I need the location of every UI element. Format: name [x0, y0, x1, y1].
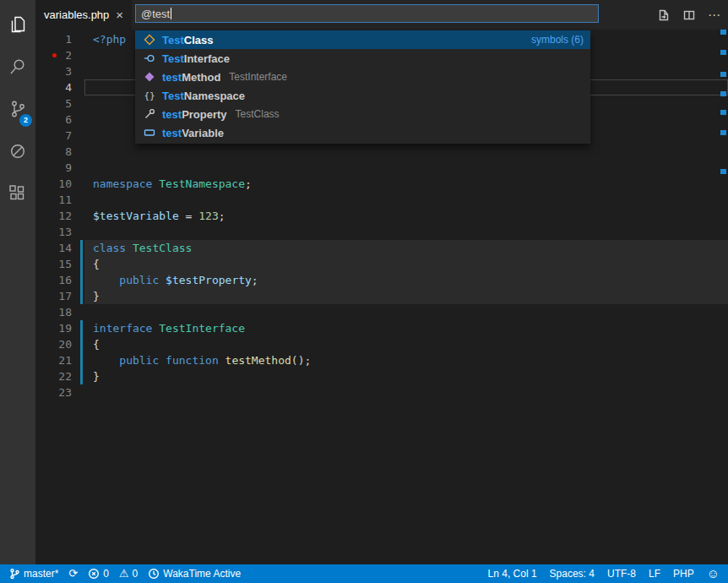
quickopen-input[interactable]: @test: [135, 4, 599, 23]
activitybar-search[interactable]: [0, 46, 35, 88]
code-line[interactable]: 16 public $testProperty;: [35, 272, 728, 288]
editor-actions: ⋯: [654, 0, 725, 30]
activitybar-source-control[interactable]: 2: [0, 88, 35, 130]
line-number: 19: [35, 320, 72, 336]
line-number: 1: [35, 31, 72, 47]
code-line[interactable]: 12$testVariable = 123;: [35, 208, 728, 224]
statusbar-eol[interactable]: LF: [649, 568, 660, 580]
code-line[interactable]: 10namespace TestNamespace;: [35, 176, 728, 192]
code-text: class TestClass: [93, 240, 192, 256]
quickopen-item-label: TestNamespace: [162, 90, 245, 102]
sync-icon: ⟳: [68, 568, 78, 580]
quickopen-item-label: testMethod: [162, 71, 220, 84]
code-line[interactable]: 14class TestClass: [35, 240, 728, 256]
line-number: 2: [35, 47, 72, 63]
open-changes-button[interactable]: [654, 5, 674, 25]
code-line[interactable]: 20{: [35, 336, 728, 352]
overview-ruler-mark: [720, 169, 726, 174]
code-line[interactable]: 18: [35, 304, 728, 320]
code-line[interactable]: 17}: [35, 288, 728, 304]
statusbar-branch[interactable]: master*: [8, 568, 58, 580]
line-number: 3: [35, 63, 72, 79]
split-editor-button[interactable]: [679, 5, 699, 25]
quickopen-item[interactable]: testVariable: [135, 123, 590, 142]
code-line[interactable]: 9: [35, 160, 728, 176]
line-number: 8: [35, 144, 72, 160]
symbol-interface-icon: [142, 52, 157, 65]
code-line[interactable]: 11: [35, 192, 728, 208]
code-line[interactable]: 8: [35, 144, 728, 160]
statusbar-language-mode[interactable]: PHP: [673, 568, 694, 580]
line-number: 23: [35, 384, 72, 400]
tab-close-icon[interactable]: ×: [116, 8, 123, 21]
files-icon: [8, 14, 28, 35]
code-line[interactable]: 21 public function testMethod();: [35, 352, 728, 368]
statusbar-feedback[interactable]: ☺: [707, 567, 720, 580]
quickopen-item[interactable]: TestInterface: [135, 49, 590, 68]
overview-ruler-mark: [720, 50, 726, 55]
code-line[interactable]: 19interface TestInterface: [35, 320, 728, 336]
activitybar-files[interactable]: [0, 3, 35, 46]
line-number: 13: [35, 224, 72, 240]
line-number: 12: [35, 208, 72, 224]
symbol-namespace-icon: {}: [142, 90, 157, 101]
statusbar-sync[interactable]: ⟳: [68, 568, 78, 580]
line-number: 14: [35, 240, 72, 256]
line-number: 9: [35, 160, 72, 176]
quickopen-item[interactable]: {}TestNamespace: [135, 86, 590, 105]
quickopen-item[interactable]: testMethodTestInterface: [135, 68, 590, 86]
quickopen-item[interactable]: TestClasssymbols (6): [135, 30, 590, 49]
quickopen-item-label: testProperty: [162, 108, 227, 121]
quickopen-query-text: @test: [141, 8, 170, 20]
code-text: }: [93, 288, 100, 304]
statusbar-errors[interactable]: 0: [88, 568, 109, 580]
statusbar-warnings-text: 0: [133, 568, 139, 580]
code-text: {: [93, 256, 100, 272]
quickopen-item[interactable]: testPropertyTestClass: [135, 105, 590, 123]
line-number: 10: [35, 176, 72, 192]
quickopen-item-description: TestClass: [236, 108, 280, 120]
statusbar-warnings[interactable]: ⚠0: [119, 568, 138, 580]
statusbar-eol-text: LF: [649, 568, 660, 580]
error-icon: [88, 568, 100, 580]
statusbar-cursor-position[interactable]: Ln 4, Col 1: [488, 568, 537, 580]
symbol-variable-icon: [142, 126, 157, 139]
editor-tab[interactable]: variables.php×: [35, 0, 132, 30]
symbol-property-icon: [142, 107, 157, 121]
more-actions-icon: ⋯: [708, 8, 721, 23]
code-text: interface TestInterface: [93, 320, 245, 336]
quickopen-item-label: testVariable: [162, 127, 224, 139]
code-line[interactable]: 15{: [35, 256, 728, 272]
tabs-container: variables.php×: [35, 0, 132, 30]
code-line[interactable]: 13: [35, 224, 728, 240]
line-number: 18: [35, 304, 72, 320]
quickopen-item-description: TestInterface: [229, 71, 287, 83]
statusbar-branch-text: master*: [24, 568, 58, 580]
statusbar-indentation[interactable]: Spaces: 4: [550, 568, 595, 580]
code-text: <?php: [93, 31, 126, 47]
code-line[interactable]: 23: [35, 384, 728, 400]
line-number: 22: [35, 368, 72, 384]
activitybar-extensions[interactable]: [0, 172, 35, 215]
activity-bar: 2: [0, 0, 35, 564]
activitybar-debug[interactable]: [0, 130, 35, 172]
statusbar-encoding-text: UTF-8: [607, 568, 636, 580]
tab-label: variables.php: [44, 8, 109, 21]
statusbar-left: master*⟳0⚠0WakaTime Active: [0, 568, 241, 580]
text-caret: [171, 8, 171, 19]
line-number: 5: [35, 95, 72, 112]
code-text: $testVariable = 123;: [93, 208, 225, 224]
statusbar-encoding[interactable]: UTF-8: [607, 568, 636, 580]
line-number: 4: [35, 79, 72, 95]
statusbar-wakatime[interactable]: WakaTime Active: [148, 568, 241, 580]
scm-changes-badge: 2: [19, 114, 32, 127]
code-text: {: [93, 336, 100, 352]
warning-icon: ⚠: [119, 568, 129, 580]
symbol-class-icon: [142, 33, 157, 46]
clock-icon: [148, 568, 160, 580]
more-actions-button[interactable]: ⋯: [704, 5, 725, 25]
line-number: 11: [35, 192, 72, 208]
search-icon: [8, 57, 28, 77]
code-line[interactable]: 22}: [35, 368, 728, 384]
statusbar-cursor-position-text: Ln 4, Col 1: [488, 568, 537, 580]
